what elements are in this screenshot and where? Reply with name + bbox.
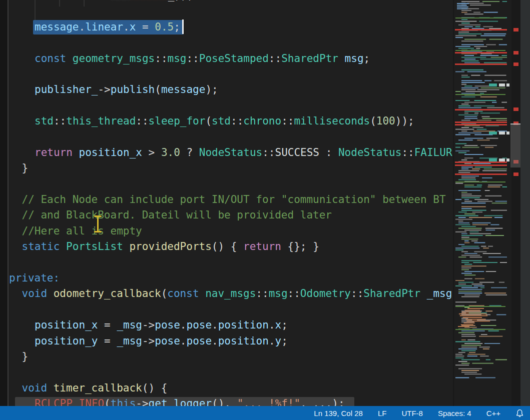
code-line[interactable] bbox=[0, 302, 453, 318]
status-bar: Ln 139, Col 28 LF UTF-8 Spaces: 4 C++ bbox=[0, 406, 530, 420]
code-token: :: bbox=[281, 115, 294, 127]
code-token: } bbox=[22, 162, 29, 174]
code-token: SUCCESS bbox=[275, 146, 320, 158]
code-line[interactable]: publisher_->publish(message); bbox=[0, 82, 453, 98]
code-token: SharedPtr bbox=[363, 288, 420, 300]
code-token: -> bbox=[142, 319, 155, 331]
code-token: pose bbox=[155, 319, 180, 331]
code-line[interactable]: void odometry_callback(const nav_msgs::m… bbox=[0, 286, 453, 302]
right-panel-strip bbox=[520, 0, 530, 406]
code-token: :: bbox=[288, 288, 300, 300]
code-token: ( bbox=[155, 84, 161, 96]
code-token: const bbox=[167, 288, 205, 300]
code-token: ) bbox=[452, 288, 453, 300]
code-token: return bbox=[35, 146, 79, 158]
status-language[interactable]: C++ bbox=[486, 409, 500, 418]
status-indentation[interactable]: Spaces: 4 bbox=[438, 409, 471, 418]
code-line[interactable] bbox=[0, 4, 453, 19]
status-encoding[interactable]: UTF-8 bbox=[401, 409, 423, 418]
code-token: _msg bbox=[427, 288, 452, 300]
code-token: private: bbox=[9, 272, 60, 284]
code-token: PoseStamped bbox=[199, 52, 269, 64]
code-token bbox=[420, 288, 427, 300]
editor-code-area[interactable]: xxxxxxxxx_));message.linear.x = 0.5;cons… bbox=[0, 0, 453, 406]
code-token: :: bbox=[136, 115, 148, 127]
code-token: this bbox=[111, 398, 136, 406]
code-line[interactable]: RCLCPP_INFO(this->get_logger(), "... !%f… bbox=[0, 396, 453, 406]
code-token: nav_msgs bbox=[205, 288, 256, 300]
code-token: :: bbox=[256, 288, 268, 300]
code-token: odometry_callback bbox=[54, 288, 161, 300]
code-token: . bbox=[269, 319, 275, 331]
code-token: milliseconds bbox=[294, 115, 370, 127]
code-token: //Here all is empty bbox=[22, 225, 142, 237]
bell-notification-icon[interactable] bbox=[515, 409, 524, 418]
vscode-editor-screen: xxxxxxxxx_));message.linear.x = 0.5;cons… bbox=[0, 0, 530, 420]
code-line[interactable]: } bbox=[0, 349, 453, 364]
code-line[interactable]: std::this_thread::sleep_for(std::chrono:… bbox=[0, 114, 453, 129]
code-token: } bbox=[22, 350, 29, 362]
code-token: msg bbox=[269, 288, 288, 300]
code-token: pose bbox=[155, 335, 180, 347]
code-token: xxx bbox=[111, 0, 130, 2]
status-eol[interactable]: LF bbox=[378, 409, 387, 418]
code-token: const bbox=[35, 52, 73, 64]
code-line[interactable]: // and BlackBoard. Dateil will be proivi… bbox=[0, 208, 453, 223]
code-token: message bbox=[161, 84, 206, 96]
code-token: ( bbox=[161, 288, 168, 300]
status-cursor-position[interactable]: Ln 139, Col 28 bbox=[314, 409, 363, 418]
error-mark bbox=[513, 172, 518, 176]
code-line[interactable] bbox=[0, 35, 453, 50]
code-token: = bbox=[98, 319, 117, 331]
code-token: = bbox=[136, 21, 155, 33]
code-token: : bbox=[319, 146, 338, 158]
code-token: () { bbox=[142, 382, 168, 394]
code-line[interactable]: const geometry_msgs::msg::PoseStamped::S… bbox=[0, 51, 453, 66]
code-token: = bbox=[98, 335, 117, 347]
code-line[interactable]: private: bbox=[0, 270, 453, 286]
text-caret bbox=[182, 20, 184, 34]
code-line[interactable] bbox=[0, 364, 453, 380]
code-token: x bbox=[275, 319, 282, 331]
code-token: static bbox=[22, 240, 67, 252]
code-token: ? bbox=[180, 146, 199, 158]
code-line[interactable]: // Each Node can include port IN/OUT for… bbox=[0, 192, 453, 208]
error-mark bbox=[513, 108, 518, 111]
code-line[interactable]: position_y = _msg->pose.pose.position.y; bbox=[0, 334, 453, 349]
code-token: () { bbox=[212, 240, 243, 252]
code-line[interactable]: message.linear.x = 0.5; bbox=[0, 20, 453, 35]
scrollbar-thumb[interactable] bbox=[510, 124, 520, 168]
code-token: . bbox=[123, 21, 130, 33]
code-token: :: bbox=[54, 115, 66, 127]
code-lines: xxxxxxxxx_));message.linear.x = 0.5;cons… bbox=[0, 0, 453, 406]
code-line[interactable]: void timer_callback() { bbox=[0, 380, 453, 396]
code-line[interactable]: static PortsList providedPorts() { retur… bbox=[0, 239, 453, 254]
code-token: y bbox=[275, 335, 282, 347]
code-token: :: bbox=[155, 52, 167, 64]
code-token: _msg bbox=[117, 335, 142, 347]
code-token: xxxxxx bbox=[130, 0, 168, 2]
code-line[interactable]: xxxxxxxxx_)); bbox=[0, 0, 453, 4]
code-token: . bbox=[180, 319, 187, 331]
code-token: position_x bbox=[79, 146, 142, 158]
code-token: :: bbox=[269, 52, 281, 64]
code-line[interactable] bbox=[0, 98, 453, 114]
code-line[interactable] bbox=[0, 66, 453, 82]
code-line[interactable]: return position_x > 3.0 ? NodeStatus::SU… bbox=[0, 145, 453, 160]
code-line[interactable] bbox=[0, 130, 453, 145]
code-token: position_y bbox=[35, 335, 98, 347]
code-line[interactable]: } bbox=[0, 160, 453, 176]
code-line[interactable] bbox=[0, 176, 453, 192]
code-line[interactable] bbox=[0, 255, 453, 270]
code-token: {}; } bbox=[281, 240, 319, 252]
code-line[interactable]: position_x = _msg->pose.pose.position.x; bbox=[0, 318, 453, 333]
minimap[interactable] bbox=[453, 0, 512, 406]
code-token: msg bbox=[345, 52, 364, 64]
code-token: ( bbox=[205, 115, 212, 127]
code-token: ; bbox=[281, 335, 288, 347]
code-line[interactable]: //Here all is empty bbox=[0, 224, 453, 239]
code-token: 3.0 bbox=[161, 146, 180, 158]
code-token: _msg bbox=[117, 319, 142, 331]
code-token: msg bbox=[168, 52, 187, 64]
code-token: chrono bbox=[243, 115, 281, 127]
